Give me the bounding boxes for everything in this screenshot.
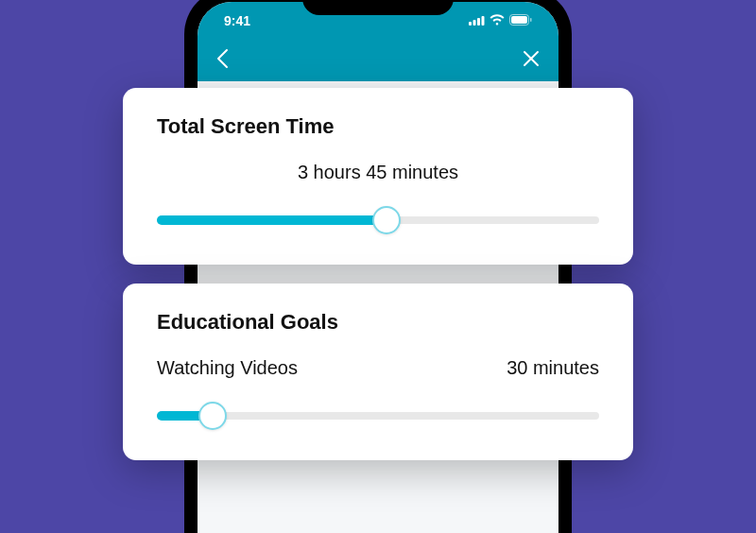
card-title-screen-time: Total Screen Time: [157, 114, 599, 139]
educational-row-label: Watching Videos: [157, 357, 298, 379]
card-title-educational: Educational Goals: [157, 310, 599, 335]
svg-rect-6: [530, 18, 532, 22]
svg-rect-2: [477, 18, 480, 26]
educational-goals-card: Educational Goals Watching Videos 30 min…: [123, 284, 633, 460]
slider-fill: [157, 215, 387, 225]
wifi-icon: [490, 13, 505, 28]
educational-row: Watching Videos 30 minutes: [157, 357, 599, 379]
screen-time-slider[interactable]: [157, 206, 599, 234]
svg-rect-0: [469, 22, 472, 26]
status-icons: [469, 13, 532, 28]
slider-thumb[interactable]: [198, 402, 227, 430]
status-time: 9:41: [224, 13, 250, 28]
signal-icon: [469, 13, 485, 28]
total-screen-time-card: Total Screen Time 3 hours 45 minutes: [123, 88, 633, 265]
svg-rect-5: [511, 16, 527, 24]
svg-rect-3: [482, 16, 485, 26]
nav-bar: [198, 40, 558, 81]
phone-notch: [302, 0, 454, 15]
svg-rect-1: [473, 20, 476, 26]
educational-row-value: 30 minutes: [507, 357, 599, 379]
educational-slider[interactable]: [157, 402, 599, 430]
screen-time-value: 3 hours 45 minutes: [157, 162, 599, 183]
back-icon[interactable]: [216, 48, 229, 73]
battery-icon: [509, 13, 532, 28]
slider-thumb[interactable]: [372, 206, 401, 234]
close-icon[interactable]: [523, 50, 540, 71]
